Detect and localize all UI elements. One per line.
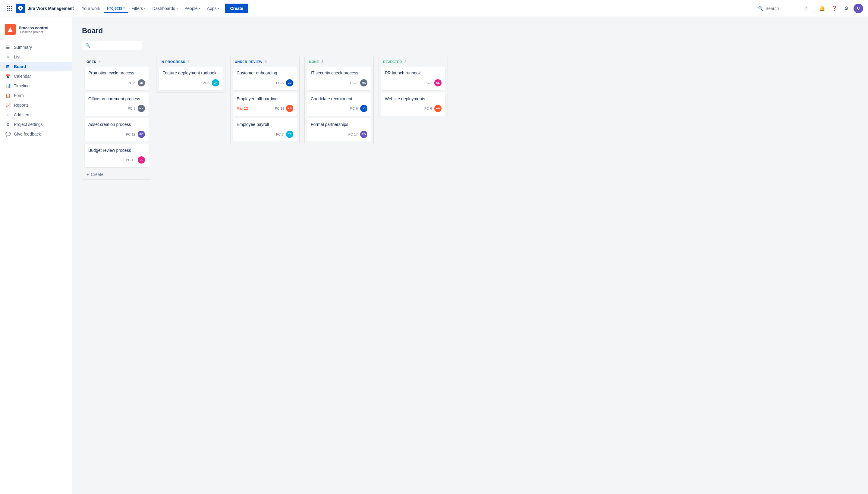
card-title: Website deployments: [385, 96, 442, 102]
table-row[interactable]: IT security check process PC-1 MK: [307, 66, 371, 90]
card-title: Promotion cycle process: [88, 70, 145, 76]
card-title: Employee payroll: [237, 122, 293, 128]
table-row[interactable]: Employee payroll PC-7 CR: [233, 118, 297, 141]
notifications-button[interactable]: 🔔: [817, 4, 827, 13]
column-open-title: OPEN: [87, 60, 96, 63]
search-input[interactable]: [765, 6, 802, 11]
board-columns: OPEN 4 Promotion cycle process PC-8 JD: [82, 56, 858, 179]
card-title: Asset creation process: [88, 122, 145, 128]
summary-icon: ☰: [5, 45, 11, 50]
svg-rect-2: [11, 6, 12, 7]
column-rejected-title: REJECTED: [383, 60, 402, 63]
sidebar-item-board[interactable]: ⊞ Board: [0, 62, 72, 71]
table-row[interactable]: Customer onboarding PC-6 JD: [233, 66, 297, 90]
table-row[interactable]: Budget review process PC-12 SL: [85, 144, 149, 168]
column-under-review-cards: Customer onboarding PC-6 JD Employee off…: [230, 66, 299, 144]
avatar: AB: [286, 105, 293, 112]
nav-apps[interactable]: Apps ▾: [204, 4, 222, 13]
settings-icon: ⚙: [5, 122, 11, 127]
column-in-progress-count: 1: [188, 60, 189, 63]
timeline-icon: 📊: [5, 83, 11, 88]
card-title: Budget review process: [88, 148, 145, 154]
card-id: PC-1: [350, 81, 358, 84]
card-title: Formal partnerships: [311, 122, 367, 128]
column-rejected: REJECTED 2 PR launch runbook PC-1 SL Web…: [378, 56, 448, 118]
svg-rect-3: [7, 8, 8, 9]
table-row[interactable]: Office procurement process PC-8 MK: [85, 93, 149, 116]
board-search-icon: 🔍: [85, 43, 90, 48]
sidebar-item-add-item[interactable]: + Add item: [0, 110, 72, 119]
app-logo[interactable]: Jira Work Management: [16, 4, 74, 13]
sidebar-item-form[interactable]: 📋 Form: [0, 91, 72, 100]
add-icon: +: [5, 112, 11, 117]
board-search-box[interactable]: 🔍: [82, 41, 142, 50]
top-navigation: Jira Work Management Your work Projects …: [0, 0, 868, 17]
table-row[interactable]: Website deployments PC-6 AB: [381, 93, 445, 116]
column-in-progress: IN PROGRESS 1 Feature deployment runbook…: [156, 56, 225, 93]
avatar: SL: [434, 79, 442, 87]
table-row[interactable]: Feature deployment runbook CM-3 CR: [159, 66, 223, 90]
nav-people[interactable]: People ▾: [181, 4, 203, 13]
user-avatar-button[interactable]: U: [853, 4, 863, 13]
nav-your-work[interactable]: Your work: [79, 4, 104, 13]
table-row[interactable]: Promotion cycle process PC-8 JD: [85, 66, 149, 90]
card-title: Candidate recruitment: [311, 96, 367, 102]
svg-rect-5: [11, 8, 12, 9]
nav-filters[interactable]: Filters ▾: [128, 4, 149, 13]
column-done-title: DONE: [309, 60, 319, 63]
avatar: JD: [138, 79, 145, 87]
board-icon: ⊞: [5, 64, 11, 69]
grid-menu-icon[interactable]: [5, 4, 15, 13]
card-id: PC-7: [276, 133, 283, 136]
create-button[interactable]: Create: [225, 4, 248, 13]
main-navigation: Your work Projects ▾ Filters ▾ Dashboard…: [79, 4, 754, 13]
board-search-input[interactable]: [93, 43, 135, 48]
apps-chevron-icon: ▾: [218, 7, 219, 10]
sidebar-item-project-settings[interactable]: ⚙ Project settings: [0, 119, 72, 129]
column-in-progress-title: IN PROGRESS: [161, 60, 185, 63]
column-open: OPEN 4 Promotion cycle process PC-8 JD: [82, 56, 151, 179]
project-icon: [5, 24, 16, 35]
sidebar-item-reports[interactable]: 📈 Reports: [0, 100, 72, 110]
projects-chevron-icon: ▾: [123, 6, 125, 10]
avatar: SL: [138, 156, 145, 164]
svg-rect-0: [7, 6, 8, 7]
column-done-count: 3: [321, 60, 324, 63]
avatar: JD: [286, 79, 293, 87]
card-id: PC-8: [128, 107, 135, 110]
form-icon: 📋: [5, 93, 11, 98]
column-open-cards: Promotion cycle process PC-8 JD Office p…: [82, 66, 151, 170]
column-under-review: UNDER REVIEW 3 Customer onboarding PC-6 …: [230, 56, 300, 144]
nav-dashboards[interactable]: Dashboards ▾: [149, 4, 181, 13]
help-button[interactable]: ❓: [829, 4, 839, 13]
card-id: PC-1: [424, 81, 432, 84]
svg-rect-8: [11, 10, 12, 11]
main-content: Board 🔍 OPEN 4 Promotion cycle process P…: [72, 17, 868, 494]
table-row[interactable]: Asset creation process PC-12 RB: [85, 118, 149, 141]
avatar: CR: [286, 131, 293, 138]
sidebar-item-list[interactable]: ≡ List: [0, 52, 72, 62]
people-chevron-icon: ▾: [199, 7, 200, 10]
avatar: AB: [434, 105, 442, 112]
nav-projects[interactable]: Projects ▾: [104, 4, 128, 13]
sidebar-item-summary[interactable]: ☰ Summary: [0, 42, 72, 52]
project-type: Business project: [19, 30, 48, 34]
card-id: PC-12: [126, 158, 135, 162]
sidebar-item-give-feedback[interactable]: 💬 Give feedback: [0, 129, 72, 139]
column-rejected-count: 2: [404, 60, 406, 63]
search-box[interactable]: 🔍 /: [755, 4, 815, 13]
table-row[interactable]: Formal partnerships PC-17 RB: [307, 118, 371, 141]
card-id: PC-18: [275, 107, 284, 110]
avatar: CR: [212, 79, 219, 87]
feedback-icon: 💬: [5, 132, 11, 136]
settings-button[interactable]: ⚙: [842, 4, 851, 13]
sidebar-item-timeline[interactable]: 📊 Timeline: [0, 81, 72, 91]
sidebar-item-calendar[interactable]: 📅 Calendar: [0, 71, 72, 81]
table-row[interactable]: Candidate recruitment PC-6 JD: [307, 93, 371, 116]
avatar: RB: [360, 131, 367, 138]
calendar-icon: 📅: [5, 74, 11, 79]
table-row[interactable]: PR launch runbook PC-1 SL: [381, 66, 445, 90]
column-under-review-count: 3: [265, 60, 267, 63]
table-row[interactable]: Employee offboarding Mar 12 PC-18 AB: [233, 93, 297, 116]
create-card-button[interactable]: + Create: [82, 170, 151, 179]
